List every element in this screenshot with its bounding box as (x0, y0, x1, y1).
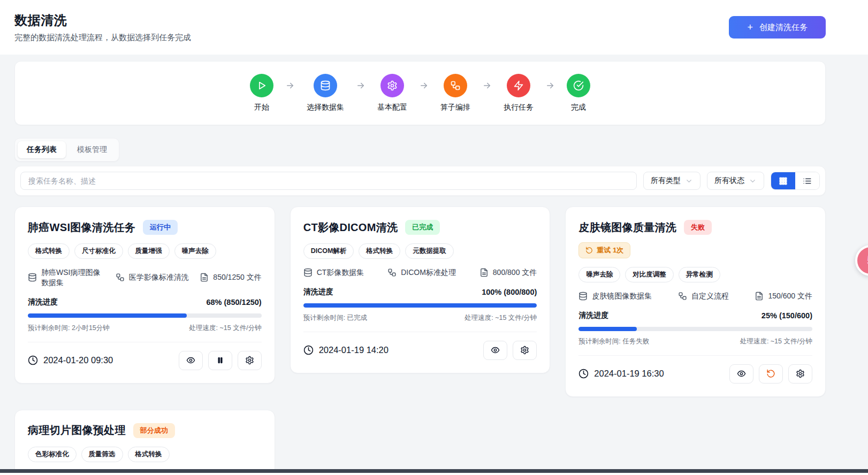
tag-pill: 元数据提取 (405, 243, 454, 259)
pause-icon (216, 356, 224, 364)
view-button[interactable] (483, 341, 507, 360)
card-footer: 2024-01-19 16:30 (578, 355, 812, 384)
gear-icon (796, 369, 805, 378)
task-card: 病理切片图像预处理 部分成功 色彩标准化质量筛选格式转换 病理切片数据集 病理图… (14, 410, 275, 475)
tag-list: 噪声去除对比度调整异常检测 (578, 267, 812, 282)
workflow-icon (116, 273, 125, 282)
view-button[interactable] (179, 351, 203, 370)
task-meta: CT影像数据集 DICOM标准处理 800/800 文件 (303, 267, 537, 278)
workflow-step: 选择数据集 (307, 74, 344, 112)
retry-icon (585, 247, 593, 254)
settings-button[interactable] (238, 351, 262, 370)
progress-fill (303, 303, 537, 308)
dataset-name: 肺癌WSI病理图像数据集 (41, 267, 104, 288)
progress-header: 清洗进度 68% (850/1250) (28, 297, 262, 307)
template-meta: DICOM标准处理 (387, 267, 456, 278)
action-buttons (729, 364, 812, 384)
settings-button[interactable] (513, 341, 537, 360)
grid-icon (779, 177, 788, 186)
eye-icon (186, 356, 195, 365)
view-button[interactable] (729, 364, 753, 384)
pause-button[interactable] (208, 351, 232, 370)
arrow-right-icon (285, 81, 295, 90)
tag-pill: DICOM解析 (303, 243, 354, 259)
page-subtitle: 完整的数据清洗处理流程，从数据选择到任务完成 (14, 33, 191, 43)
progress-value: 25% (150/600) (762, 311, 812, 320)
progress-sub-row: 预计剩余时间: 任务失败 处理速度: ~15 文件/分钟 (578, 337, 812, 346)
template-name: DICOM标准处理 (401, 267, 456, 278)
dataset-name: 皮肤镜图像数据集 (592, 291, 652, 301)
template-meta: 自定义流程 (678, 291, 729, 301)
step-label: 执行任务 (504, 103, 534, 112)
tag-list: DICOM解析格式转换元数据提取 (303, 243, 537, 259)
tag-pill: 质量筛选 (81, 447, 123, 462)
list-view-button[interactable] (795, 172, 819, 189)
gear-icon (245, 356, 254, 365)
workflow-step: 基本配置 (377, 74, 407, 112)
workflow-icon (444, 74, 467, 97)
view-mode-toggle (771, 172, 820, 190)
workflow-icon (387, 268, 397, 277)
template-name: 自定义流程 (691, 291, 729, 301)
tag-pill: 质量增强 (128, 243, 170, 259)
card-footer: 2024-01-19 14:20 (303, 332, 537, 360)
task-card: 肺癌WSI图像清洗任务 运行中 格式转换尺寸标准化质量增强噪声去除 肺癌WSI病… (14, 206, 275, 384)
create-task-button[interactable]: + 创建清洗任务 (729, 16, 826, 39)
tag-list: 色彩标准化质量筛选格式转换 (28, 447, 262, 462)
chevron-down-icon (685, 177, 693, 185)
bottom-sliver (0, 473, 868, 475)
workflow-step: 算子编排 (440, 74, 470, 112)
file-count: 800/800 文件 (493, 267, 537, 278)
files-meta: 150/600 文件 (755, 291, 812, 301)
progress-fill (578, 327, 637, 331)
list-icon (803, 177, 812, 186)
processing-speed: 处理速度: ~15 文件/分钟 (465, 313, 537, 323)
arrow-right-icon (545, 81, 555, 90)
progress-header: 清洗进度 100% (800/800) (303, 287, 537, 297)
tag-pill: 格式转换 (359, 243, 400, 259)
task-card-grid: 肺癌WSI图像清洗任务 运行中 格式转换尺寸标准化质量增强噪声去除 肺癌WSI病… (14, 206, 826, 475)
template-meta: 医学影像标准清洗 (116, 272, 189, 282)
dataset-meta: CT影像数据集 (303, 267, 364, 278)
tab-task-list[interactable]: 任务列表 (18, 141, 66, 158)
progress-label: 清洗进度 (578, 311, 608, 320)
settings-button[interactable] (788, 364, 812, 384)
task-date: 2024-01-19 16:30 (594, 369, 664, 379)
arrow-right-icon (356, 81, 366, 90)
progress-bar (28, 313, 262, 318)
file-count: 150/600 文件 (768, 291, 812, 301)
task-date: 2024-01-19 14:20 (319, 345, 389, 355)
tab-template-management[interactable]: 模板管理 (68, 141, 116, 158)
status-badge: 失败 (684, 220, 712, 235)
database-icon (303, 268, 313, 277)
status-filter-dropdown[interactable]: 所有状态 (707, 172, 764, 190)
arrow-right-icon (482, 81, 492, 90)
tag-pill: 色彩标准化 (28, 447, 77, 462)
files-meta: 800/800 文件 (479, 267, 537, 278)
arrow-right-icon (419, 81, 429, 90)
retry-button[interactable] (759, 364, 783, 384)
task-date-row: 2024-01-20 09:30 (28, 355, 113, 365)
type-filter-value: 所有类型 (651, 176, 681, 186)
search-input[interactable] (20, 172, 637, 190)
files-meta: 850/1250 文件 (200, 272, 261, 282)
check-circle-icon (567, 74, 590, 97)
workflow-stepper-panel: 开始 选择数据集 基本配置 算子编排 执行任务 完成 (14, 61, 826, 125)
eye-icon (491, 346, 500, 355)
grid-view-button[interactable] (771, 172, 795, 189)
progress-sub-row: 预计剩余时间: 已完成 处理速度: ~15 文件/分钟 (303, 313, 537, 323)
create-task-button-label: 创建清洗任务 (759, 22, 808, 33)
task-meta: 皮肤镜图像数据集 自定义流程 150/600 文件 (578, 291, 812, 301)
step-label: 基本配置 (377, 103, 407, 112)
task-date-row: 2024-01-19 14:20 (303, 345, 389, 355)
page-header: 数据清洗 完整的数据清洗处理流程，从数据选择到任务完成 + 创建清洗任务 (0, 0, 868, 55)
type-filter-dropdown[interactable]: 所有类型 (643, 172, 701, 190)
zap-icon (507, 74, 530, 97)
progress-value: 100% (800/800) (482, 288, 537, 296)
retry-icon (766, 369, 775, 378)
processing-speed: 处理速度: ~15 文件/分钟 (189, 324, 262, 333)
database-icon (578, 292, 588, 301)
progress-sub-row: 预计剩余时间: 2小时15分钟 处理速度: ~15 文件/分钟 (28, 324, 262, 333)
task-title: CT影像DICOM清洗 (303, 220, 398, 235)
file-count: 850/1250 文件 (213, 272, 261, 282)
